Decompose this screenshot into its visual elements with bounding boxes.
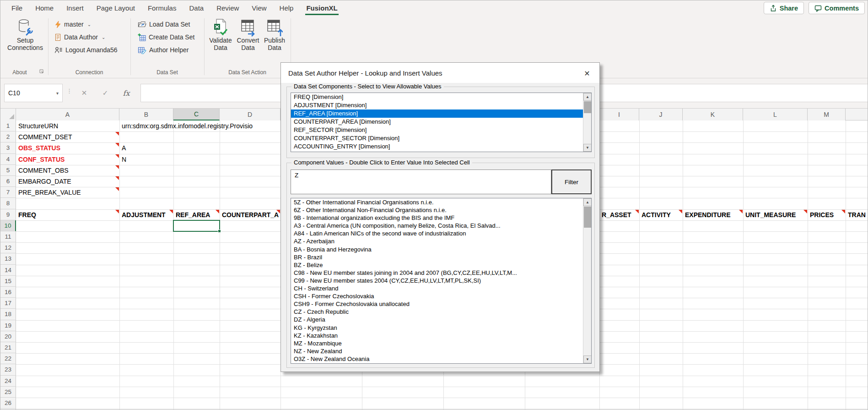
value-item-15[interactable]: DZ - Algeria bbox=[291, 316, 584, 323]
column-header-C[interactable]: C bbox=[173, 109, 220, 120]
value-item-2[interactable]: 9B - International organization excludin… bbox=[291, 214, 584, 222]
filter-input[interactable]: Z bbox=[291, 169, 551, 194]
scroll-up-icon[interactable]: ▲ bbox=[583, 93, 592, 101]
scrollbar-thumb[interactable] bbox=[584, 101, 591, 113]
column-header-M[interactable]: M bbox=[808, 109, 846, 120]
value-item-3[interactable]: A3 - Central America (UN composition, na… bbox=[291, 222, 584, 230]
grid-cell-A5[interactable]: COMMENT_OBS bbox=[18, 166, 119, 175]
components-listbox[interactable]: FREQ [Dimension]ADJUSTMENT [Dimension]RE… bbox=[291, 93, 592, 152]
row-header-9[interactable]: 9 bbox=[0, 209, 16, 220]
value-item-16[interactable]: KG - Kyrgyzstan bbox=[291, 324, 584, 332]
row-header-26[interactable]: 26 bbox=[0, 398, 16, 409]
grid-cell-I9[interactable]: R_ASSET bbox=[602, 210, 639, 219]
row-header-25[interactable]: 25 bbox=[0, 387, 16, 398]
validate-data-button[interactable]: Validate Data bbox=[207, 18, 234, 51]
tab-data[interactable]: Data bbox=[183, 0, 210, 16]
grid-cell-B1[interactable]: urn:sdmx:org.sdmx.infomodel.registry.Pro… bbox=[122, 121, 280, 131]
row-header-21[interactable]: 21 bbox=[0, 342, 16, 353]
row-header-16[interactable]: 16 bbox=[0, 287, 16, 298]
scrollbar-thumb[interactable] bbox=[584, 207, 591, 228]
row-header-11[interactable]: 11 bbox=[0, 231, 16, 242]
tab-view[interactable]: View bbox=[245, 0, 273, 16]
column-header-A[interactable]: A bbox=[16, 109, 119, 120]
select-all-corner[interactable] bbox=[0, 109, 16, 120]
row-header-1[interactable]: 1 bbox=[0, 120, 16, 131]
value-item-0[interactable]: 5Z - Other International Financial Organ… bbox=[291, 198, 584, 206]
row-header-18[interactable]: 18 bbox=[0, 309, 16, 320]
filter-button[interactable]: Filter bbox=[551, 169, 592, 194]
about-dialog-launcher[interactable] bbox=[39, 69, 44, 74]
scroll-up-icon[interactable]: ▲ bbox=[583, 198, 592, 206]
tab-review[interactable]: Review bbox=[210, 0, 245, 16]
grid-cell-M9[interactable]: PRICES bbox=[810, 210, 845, 219]
row-header-5[interactable]: 5 bbox=[0, 165, 16, 176]
comments-button[interactable]: Comments bbox=[809, 2, 865, 14]
grid-cell-A7[interactable]: PRE_BREAK_VALUE bbox=[18, 188, 119, 197]
column-header-J[interactable]: J bbox=[639, 109, 683, 120]
value-item-8[interactable]: BZ - Belize bbox=[291, 261, 584, 269]
row-header-24[interactable]: 24 bbox=[0, 376, 16, 387]
setup-connections-button[interactable]: Setup Connections bbox=[6, 18, 44, 51]
grid-cell-C9[interactable]: REF_AREA bbox=[176, 210, 219, 219]
grid-cell-N9[interactable]: TRAN bbox=[848, 210, 868, 219]
close-icon[interactable]: ✕ bbox=[581, 67, 593, 79]
tab-fusionxl[interactable]: FusionXL bbox=[300, 0, 344, 16]
grid-cell-B4[interactable]: N bbox=[122, 155, 173, 164]
row-header-7[interactable]: 7 bbox=[0, 187, 16, 198]
value-item-7[interactable]: BR - Brazil bbox=[291, 253, 584, 261]
scroll-down-icon[interactable]: ▼ bbox=[583, 144, 592, 152]
row-header-4[interactable]: 4 bbox=[0, 154, 16, 165]
row-header-23[interactable]: 23 bbox=[0, 364, 16, 375]
grid-cell-B9[interactable]: ADJUSTMENT bbox=[122, 210, 173, 219]
row-header-12[interactable]: 12 bbox=[0, 242, 16, 253]
name-box[interactable]: C10 ▾ bbox=[4, 84, 63, 102]
create-data-set-button[interactable]: Create Data Set bbox=[138, 32, 194, 42]
component-item-1[interactable]: ADJUSTMENT [Dimension] bbox=[291, 101, 584, 109]
scroll-down-icon[interactable]: ▼ bbox=[583, 355, 592, 363]
row-header-2[interactable]: 2 bbox=[0, 131, 16, 142]
tab-page-layout[interactable]: Page Layout bbox=[90, 0, 141, 16]
value-item-10[interactable]: C99 - New EU member states 2004 (CY,CZ,E… bbox=[291, 277, 584, 284]
value-item-14[interactable]: CZ - Czech Republic bbox=[291, 308, 584, 316]
value-item-18[interactable]: MZ - Mozambique bbox=[291, 339, 584, 347]
component-item-6[interactable]: ACCOUNTING_ENTRY [Dimension] bbox=[291, 142, 584, 151]
value-item-19[interactable]: NZ - New Zealand bbox=[291, 347, 584, 355]
grid-cell-J9[interactable]: ACTIVITY bbox=[642, 210, 682, 219]
fill-handle[interactable] bbox=[218, 230, 221, 233]
author-helper-button[interactable]: Author Helper bbox=[138, 45, 189, 55]
value-item-20[interactable]: O3Z - New Zealand Oceania bbox=[291, 355, 584, 363]
row-header-14[interactable]: 14 bbox=[0, 265, 16, 276]
publish-data-button[interactable]: Publish Data bbox=[262, 18, 287, 51]
grid-cell-A1[interactable]: StructureURN bbox=[18, 121, 119, 131]
insert-function-icon[interactable]: fx bbox=[119, 84, 134, 102]
component-item-4[interactable]: REF_SECTOR [Dimension] bbox=[291, 126, 584, 134]
convert-data-button[interactable]: Convert Data bbox=[235, 18, 261, 51]
component-item-0[interactable]: FREQ [Dimension] bbox=[291, 93, 584, 101]
grid-cell-K9[interactable]: EXPENDITURE bbox=[685, 210, 743, 219]
components-scrollbar[interactable]: ▲ ▼ bbox=[583, 93, 591, 152]
grid-cell-A2[interactable]: COMMENT_DSET bbox=[18, 132, 119, 142]
row-header-10[interactable]: 10 bbox=[0, 220, 16, 231]
grid-cell-A6[interactable]: EMBARGO_DATE bbox=[18, 177, 119, 186]
row-header-15[interactable]: 15 bbox=[0, 276, 16, 287]
row-header-22[interactable]: 22 bbox=[0, 353, 16, 364]
master-connection-button[interactable]: master ⌄ bbox=[54, 19, 91, 29]
row-header-3[interactable]: 3 bbox=[0, 142, 16, 153]
column-header-D[interactable]: D bbox=[220, 109, 280, 120]
row-header-8[interactable]: 8 bbox=[0, 198, 16, 209]
row-header-20[interactable]: 20 bbox=[0, 331, 16, 342]
share-button[interactable]: Share bbox=[764, 2, 804, 14]
cancel-icon[interactable]: ✕ bbox=[76, 84, 92, 102]
row-header-6[interactable]: 6 bbox=[0, 176, 16, 187]
enter-icon[interactable]: ✓ bbox=[97, 84, 113, 102]
logout-button[interactable]: Logout Amanda56 bbox=[54, 45, 118, 55]
value-item-11[interactable]: CH - Switzerland bbox=[291, 284, 584, 292]
tab-file[interactable]: File bbox=[5, 0, 29, 16]
value-item-9[interactable]: C98 - New EU member states joining in 20… bbox=[291, 269, 584, 277]
value-item-12[interactable]: CSH - Former Czechoslovakia bbox=[291, 292, 584, 300]
column-header-B[interactable]: B bbox=[119, 109, 173, 120]
tab-insert[interactable]: Insert bbox=[60, 0, 90, 16]
value-item-6[interactable]: BA - Bosnia and Herzegovina bbox=[291, 246, 584, 253]
values-scrollbar[interactable]: ▲ ▼ bbox=[583, 198, 591, 363]
column-header-I[interactable]: I bbox=[599, 109, 639, 120]
